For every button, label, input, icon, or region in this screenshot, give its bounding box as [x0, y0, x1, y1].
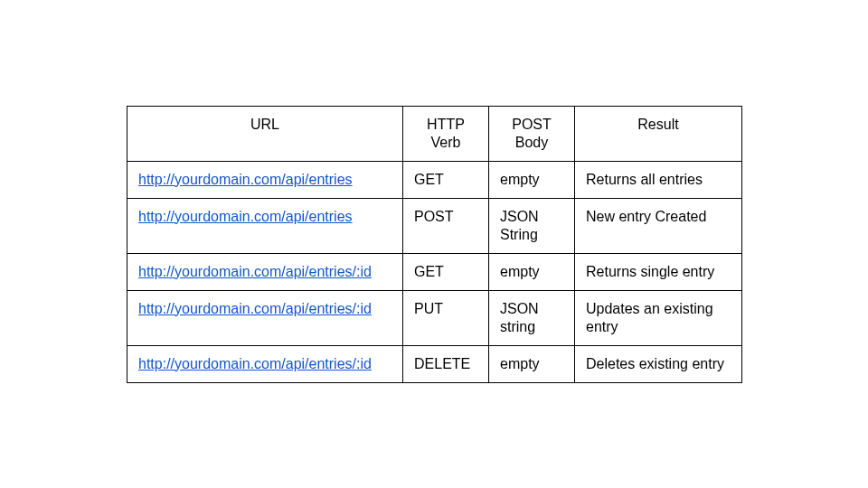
- cell-result: Returns all entries: [575, 161, 742, 198]
- cell-body: empty: [489, 161, 575, 198]
- cell-result: Deletes existing entry: [575, 345, 742, 382]
- cell-url: http://yourdomain.com/api/entries/:id: [127, 253, 403, 290]
- cell-verb: PUT: [403, 290, 489, 345]
- cell-verb: POST: [403, 198, 489, 253]
- cell-url: http://yourdomain.com/api/entries/:id: [127, 290, 403, 345]
- url-link[interactable]: http://yourdomain.com/api/entries: [138, 172, 353, 187]
- cell-url: http://yourdomain.com/api/entries: [127, 198, 403, 253]
- table-row: http://yourdomain.com/api/entries GET em…: [127, 161, 742, 198]
- cell-url: http://yourdomain.com/api/entries/:id: [127, 345, 403, 382]
- table-row: http://yourdomain.com/api/entries POST J…: [127, 198, 742, 253]
- url-link[interactable]: http://yourdomain.com/api/entries: [138, 209, 353, 224]
- cell-body: empty: [489, 345, 575, 382]
- cell-result: Updates an existing entry: [575, 290, 742, 345]
- cell-url: http://yourdomain.com/api/entries: [127, 161, 403, 198]
- cell-verb: GET: [403, 161, 489, 198]
- url-link[interactable]: http://yourdomain.com/api/entries/:id: [138, 264, 372, 279]
- cell-verb: DELETE: [403, 345, 489, 382]
- cell-body: JSON string: [489, 290, 575, 345]
- cell-verb: GET: [403, 253, 489, 290]
- cell-body: JSON String: [489, 198, 575, 253]
- col-header-url: URL: [127, 106, 403, 161]
- api-endpoints-table-container: URL HTTP Verb POST Body Result http://yo…: [127, 106, 741, 383]
- col-header-result: Result: [575, 106, 742, 161]
- table-row: http://yourdomain.com/api/entries/:id DE…: [127, 345, 742, 382]
- table-header-row: URL HTTP Verb POST Body Result: [127, 106, 742, 161]
- api-endpoints-table: URL HTTP Verb POST Body Result http://yo…: [127, 106, 742, 383]
- cell-result: New entry Created: [575, 198, 742, 253]
- url-link[interactable]: http://yourdomain.com/api/entries/:id: [138, 356, 372, 371]
- table-row: http://yourdomain.com/api/entries/:id GE…: [127, 253, 742, 290]
- cell-body: empty: [489, 253, 575, 290]
- cell-result: Returns single entry: [575, 253, 742, 290]
- col-header-body: POST Body: [489, 106, 575, 161]
- col-header-verb: HTTP Verb: [403, 106, 489, 161]
- table-row: http://yourdomain.com/api/entries/:id PU…: [127, 290, 742, 345]
- url-link[interactable]: http://yourdomain.com/api/entries/:id: [138, 301, 372, 316]
